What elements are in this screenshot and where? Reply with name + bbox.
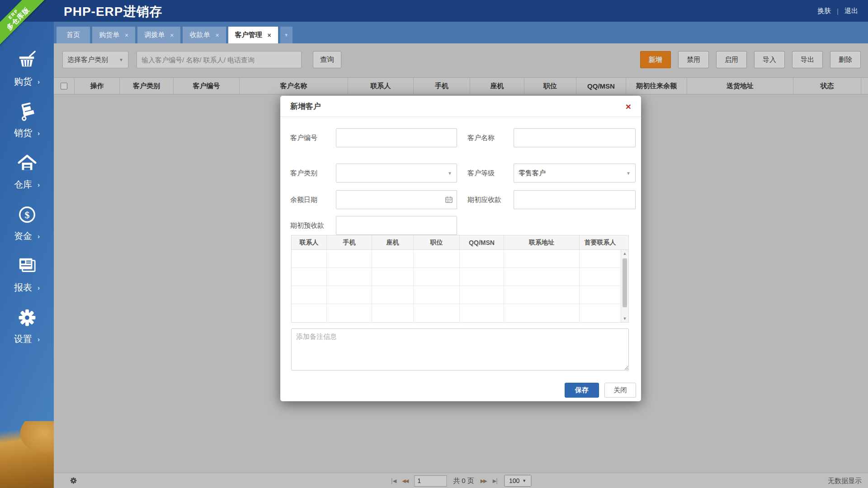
caret-down-icon: ▼ [284,33,288,38]
tab-list-dropdown[interactable]: ▼ [280,27,292,43]
close-button[interactable]: 关闭 [604,383,636,398]
customer-code-input[interactable] [336,128,457,147]
initial-receivable-label: 期初应收款 [467,196,514,204]
customer-name-input[interactable] [514,128,636,147]
tab-label: 收款单 [189,31,210,39]
tab-label: 客户管理 [235,31,262,39]
scroll-down-icon[interactable]: ▼ [621,316,628,321]
initial-prepaid-input[interactable] [336,216,457,235]
sidebar-item-label: 报表 [14,282,32,294]
caret-down-icon: ▼ [626,171,631,176]
caret-down-icon: ▼ [448,171,452,176]
initial-receivable-input[interactable] [514,190,636,209]
tab-transfer-order[interactable]: 调拨单 × [137,27,180,43]
sidebar-item-settings[interactable]: 设置› [0,308,54,345]
contact-col-landline: 座机 [372,235,414,249]
chevron-right-icon: › [38,284,40,291]
customer-category-dropdown[interactable]: ▼ [336,164,457,183]
select-value: 零售客户 [519,169,546,178]
contact-col-qq-msn: QQ/MSN [460,235,504,249]
sidebar: 购货› 销货› 仓库› [0,22,54,488]
save-button[interactable]: 保存 [565,383,599,398]
contact-row[interactable] [292,250,621,268]
chevron-right-icon: › [38,129,40,137]
sidebar-item-funds[interactable]: $ 资金› [0,205,54,242]
contact-row[interactable] [292,268,621,286]
balance-date-label: 余额日期 [290,196,336,204]
contacts-table: 联系人 手机 座机 职位 QQ/MSN 联系地址 首要联系人 [291,235,629,323]
contact-col-address: 联系地址 [504,235,580,249]
sidebar-item-sales[interactable]: 销货› [0,102,54,139]
report-icon [17,257,38,277]
contact-col-primary: 首要联系人 [580,235,621,249]
contact-col-position: 职位 [414,235,460,249]
tab-home[interactable]: 首页 [57,27,90,43]
tab-customer-management[interactable]: 客户管理 × [228,27,278,43]
calendar-icon[interactable] [445,196,453,206]
header-links: 换肤 | 退出 [817,7,858,15]
close-icon[interactable]: × [125,32,128,39]
chevron-right-icon: › [38,78,40,85]
add-customer-dialog: 新增客户 × 客户编号 客户名称 客户类别 ▼ 客户等级 零售客户 ▼ 余额日期 [280,96,641,401]
sidebar-item-purchase[interactable]: 购货› [0,51,54,88]
close-icon[interactable]: × [170,32,174,39]
sidebar-item-label: 资金 [14,230,32,242]
sidebar-item-label: 销货 [14,127,32,139]
customer-level-label: 客户等级 [467,169,514,178]
handtruck-icon [17,102,38,123]
tab-receipt-order[interactable]: 收款单 × [183,27,226,43]
dialog-title: 新增客户 [290,101,321,112]
contact-col-mobile: 手机 [327,235,372,249]
sidebar-item-reports[interactable]: 报表› [0,257,54,294]
logout-link[interactable]: 退出 [844,7,858,15]
tab-label: 购货单 [99,31,119,39]
app-header: PHP-ERP进销存 换肤 | 退出 [0,0,868,22]
tab-bar: 首页 购货单 × 调拨单 × 收款单 × 客户管理 × ▼ [54,22,868,43]
gear-icon [18,308,37,329]
customer-level-dropdown[interactable]: 零售客户 ▼ [514,164,636,183]
chevron-right-icon: › [38,181,40,188]
close-icon[interactable]: × [268,32,271,39]
dialog-close-icon[interactable]: × [626,102,631,111]
initial-prepaid-label: 期初预收款 [290,221,336,230]
balance-date-input[interactable] [336,190,457,209]
warehouse-icon [17,154,38,174]
svg-text:$: $ [24,209,29,221]
customer-name-label: 客户名称 [467,134,514,142]
contact-row[interactable] [292,304,621,322]
contacts-scrollbar[interactable]: ▲ ▼ [621,250,628,322]
tab-label: 调拨单 [144,31,165,39]
sidebar-item-label: 仓库 [14,178,32,191]
funds-icon: $ [17,205,38,226]
wheat-field-image [0,421,54,488]
close-icon[interactable]: × [215,32,219,39]
tab-label: 首页 [66,31,80,39]
customer-code-label: 客户编号 [290,134,336,142]
scroll-up-icon[interactable]: ▲ [621,251,628,256]
sidebar-item-label: 设置 [14,333,32,345]
app-title: PHP-ERP进销存 [64,3,162,20]
customer-category-label: 客户类别 [290,169,336,178]
contact-row[interactable] [292,286,621,304]
scrollbar-thumb[interactable] [623,258,627,307]
contacts-rows [292,250,621,322]
chevron-right-icon: › [38,335,40,343]
contact-col-name: 联系人 [292,235,327,249]
sidebar-item-warehouse[interactable]: 仓库› [0,154,54,191]
tab-purchase-order[interactable]: 购货单 × [92,27,135,43]
change-skin-link[interactable]: 换肤 [817,7,831,15]
sidebar-item-label: 购货 [14,75,32,88]
remark-textarea[interactable] [291,328,629,371]
basket-icon [17,51,38,71]
dialog-header: 新增客户 × [280,96,641,117]
contacts-table-header: 联系人 手机 座机 职位 QQ/MSN 联系地址 首要联系人 [292,235,628,250]
chevron-right-icon: › [38,232,40,240]
header-divider: | [837,7,839,15]
